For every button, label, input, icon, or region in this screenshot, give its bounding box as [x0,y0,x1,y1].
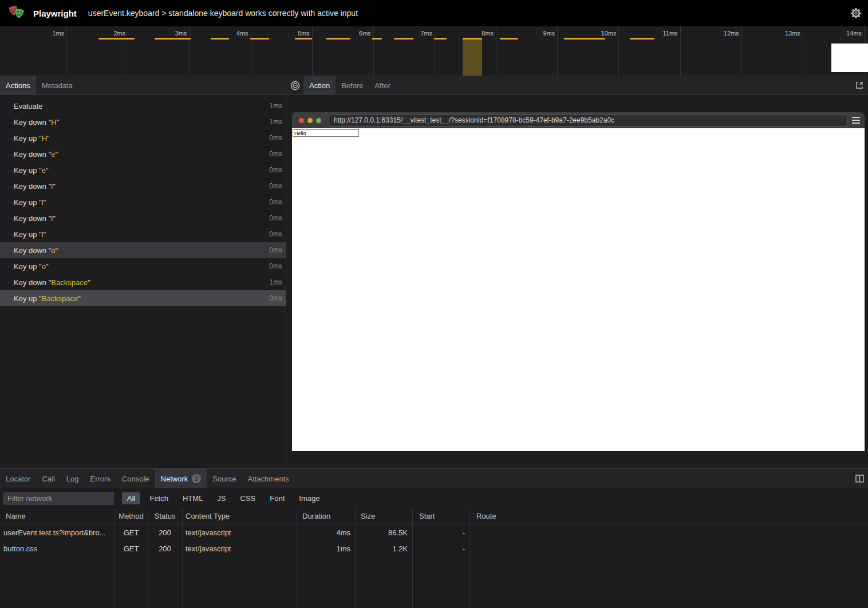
timeline-gridline [741,26,742,76]
tab-log[interactable]: Log [61,469,85,488]
action-value: e [51,150,55,159]
tab-action[interactable]: Action [303,76,336,94]
tab-locator[interactable]: Locator [0,469,36,488]
action-row[interactable]: Key up "H"0ms [0,130,286,146]
action-duration: 0ms [269,166,282,174]
action-quote: " [46,246,51,255]
timeline-action-tick[interactable] [326,38,350,40]
filter-network-input[interactable] [3,492,114,505]
timeline-action-tick[interactable] [500,38,518,40]
timeline-label: 9ms [520,30,555,37]
timeline-gridline [557,26,558,76]
address-bar: http://127.0.0.1:63315/__vitest_test__/?… [329,115,847,127]
timeline-action-tick[interactable] [295,38,312,40]
timeline-action-tick[interactable] [155,38,191,40]
tab-call[interactable]: Call [36,469,60,488]
tab-before-label: Before [341,81,363,90]
timeline-label: 6ms [337,30,371,37]
action-row[interactable]: Key up "l"0ms [0,194,286,210]
network-cell: 1.2K [355,544,412,553]
filter-chip-font-label: Font [270,494,285,503]
action-duration: 1ms [269,102,282,110]
filter-chip-html[interactable]: HTML [177,492,208,504]
timeline-gridline [312,26,313,76]
pick-locator-button[interactable] [286,76,303,94]
network-table: NameMethodStatusContent TypeDurationSize… [0,508,868,608]
network-cell: 200 [148,528,182,537]
action-quote: " [37,134,41,143]
timeline-action-tick[interactable] [372,38,382,40]
network-row[interactable]: userEvent.test.ts?import&bro...GET200tex… [0,524,868,540]
snapshot-tabbar: ActionBeforeAfter [286,76,868,95]
filter-chip-html-label: HTML [183,494,203,503]
filter-chip-fetch[interactable]: Fetch [144,492,173,504]
tab-network[interactable]: Network2 [155,469,207,488]
filter-chip-all[interactable]: All [122,492,140,504]
column-header-route: Route [469,512,868,520]
action-title: Key down [14,150,46,159]
action-quote: " [46,150,51,159]
timeline-label: 13ms [766,30,800,37]
snapshot-area: http://127.0.0.1:63315/__vitest_test__/?… [286,95,868,468]
timeline-selected-marker[interactable] [463,38,482,76]
column-header-content-type: Content Type [182,512,297,520]
snapshot-panel: ActionBeforeAfter http://127.0.0.1:63315… [286,76,868,468]
split-view-icon [855,475,864,483]
action-row[interactable]: Key down "H"1ms [0,114,286,130]
settings-button[interactable] [850,7,862,20]
open-snapshot-button[interactable] [851,76,868,94]
tab-source[interactable]: Source [207,469,242,488]
tabbar-spacer [295,469,851,488]
action-row[interactable]: Key up "Backspace"0ms [0,290,286,306]
network-cell: - [412,528,469,537]
timeline-action-tick[interactable] [98,38,135,40]
timeline-action-tick[interactable] [250,38,269,40]
tab-console[interactable]: Console [116,469,155,488]
action-row[interactable]: Key up "l"0ms [0,226,286,242]
action-duration: 0ms [269,246,282,254]
action-title: Key up [14,230,37,239]
tab-after[interactable]: After [369,76,396,94]
action-row[interactable]: Key down "o"0ms [0,242,286,258]
action-quote: " [46,214,51,223]
column-header-name: Name [0,512,115,520]
timeline-action-tick[interactable] [434,38,447,40]
action-row[interactable]: Key down "Backspace"1ms [0,274,286,290]
action-row[interactable]: Key up "e"0ms [0,162,286,178]
filter-chip-css[interactable]: CSS [235,492,261,504]
column-header-status: Status [148,512,182,520]
action-quote: " [47,134,50,143]
action-row[interactable]: Evaluate1ms [0,98,286,114]
top-bar: Playwright userEvent.keyboard > standalo… [0,0,868,26]
tab-before[interactable]: Before [336,76,369,94]
filter-chip-image[interactable]: Image [294,492,325,504]
timeline-label: 1ms [30,30,64,37]
timeline[interactable]: 1ms2ms3ms4ms5ms6ms7ms8ms9ms10ms11ms12ms1… [0,26,868,76]
timeline-action-tick[interactable] [630,38,654,40]
action-quote: " [46,166,49,175]
timeline-action-tick[interactable] [394,38,413,40]
tab-actions[interactable]: Actions [0,76,36,94]
filter-chip-js[interactable]: JS [212,492,231,504]
tab-errors[interactable]: Errors [84,469,116,488]
snapshot-page [292,128,865,451]
action-row[interactable]: Key up "o"0ms [0,258,286,274]
network-cell: 200 [148,544,182,553]
network-filter-row: AllFetchHTMLJSCSSFontImage [0,488,868,508]
action-row[interactable]: Key down "l"0ms [0,210,286,226]
action-quote: " [37,294,41,303]
timeline-action-tick[interactable] [211,38,229,40]
filter-chip-font[interactable]: Font [265,492,290,504]
timeline-action-tick[interactable] [564,38,605,40]
toggle-layout-button[interactable] [851,469,868,488]
hamburger-menu-icon [847,117,865,124]
tab-attachments[interactable]: Attachments [242,469,294,488]
network-row[interactable]: button.cssGET200text/javascript1ms1.2K- [0,540,868,556]
action-quote: " [56,150,58,159]
network-table-header: NameMethodStatusContent TypeDurationSize… [0,508,868,524]
action-row[interactable]: Key down "l"0ms [0,178,286,194]
page-text-input[interactable] [293,129,359,137]
timeline-label: 2ms [91,30,125,37]
action-row[interactable]: Key down "e"0ms [0,146,286,162]
tab-metadata[interactable]: Metadata [36,76,78,94]
